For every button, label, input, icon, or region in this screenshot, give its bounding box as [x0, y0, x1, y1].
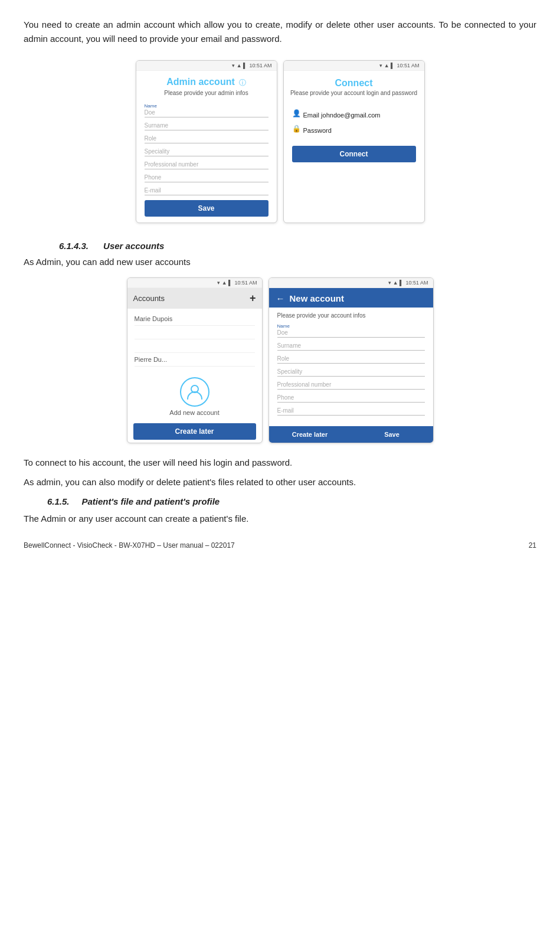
accounts-list: Marie Dupois Pierre Du...: [127, 309, 262, 370]
new-email-placeholder: E-mail: [277, 407, 425, 416]
section-615-number: 6.1.5.: [47, 496, 70, 506]
status-bar-accounts: ▾ ▲ ▌ 10:51 AM: [127, 278, 262, 288]
status-time-connect: 10:51 AM: [397, 63, 419, 68]
admin-speciality-field: Speciality: [145, 148, 268, 156]
status-time-accounts: 10:51 AM: [234, 280, 257, 286]
admin-subtitle: Please provide your admin infos: [141, 90, 272, 96]
lock-icon: 🔒: [292, 125, 301, 133]
add-new-account-area: Add new account: [127, 370, 262, 421]
footer-left-text: BewellConnect - VisioCheck - BW-X07HD – …: [24, 541, 235, 550]
status-icons-accounts: ▾ ▲ ▌: [217, 280, 232, 286]
new-create-later-button[interactable]: Create later: [269, 426, 351, 443]
create-later-button-area: Create later: [127, 423, 262, 440]
status-icons-new: ▾ ▲ ▌: [388, 280, 403, 286]
new-name-label: Name: [277, 323, 425, 329]
accounts-title: Accounts: [133, 294, 165, 303]
screenshots-row-2: ▾ ▲ ▌ 10:51 AM Accounts + Marie Dupois P…: [24, 277, 536, 443]
new-save-button[interactable]: Save: [351, 426, 433, 443]
status-icons-connect: ▾ ▲ ▌: [379, 63, 394, 68]
new-surname-placeholder: Surname: [277, 342, 425, 351]
the-admin-text: The Admin or any user account can create…: [24, 514, 536, 524]
list-item: Pierre Du...: [135, 353, 255, 367]
admin-role-field: Role: [145, 135, 268, 143]
connect-header: Connect Please provide your account logi…: [284, 71, 424, 100]
connect-subtitle: Please provide your account login and pa…: [289, 90, 420, 96]
to-connect-text: To connect to his account, the user will…: [24, 457, 536, 467]
admin-profnumber-placeholder: Professional number: [145, 161, 268, 169]
new-speciality-placeholder: Speciality: [277, 368, 425, 377]
new-speciality-field: Speciality: [277, 368, 425, 377]
new-account-header: ← New account: [269, 288, 433, 308]
accounts-header: Accounts +: [127, 288, 262, 309]
add-account-icon[interactable]: +: [250, 292, 256, 305]
new-account-subtitle: Please provide your account infos: [277, 312, 425, 319]
person-icon: 👤: [292, 109, 301, 117]
new-phone-placeholder: Phone: [277, 394, 425, 403]
new-profnumber-placeholder: Professional number: [277, 381, 425, 390]
connect-password-field: 🔒 Password: [292, 125, 416, 134]
admin-phone-field: Phone: [145, 174, 268, 182]
new-account-screen: ▾ ▲ ▌ 10:51 AM ← New account Please prov…: [268, 277, 434, 443]
status-time-new: 10:51 AM: [405, 280, 428, 286]
add-person-icon: [180, 377, 209, 407]
admin-name-label: Name: [145, 103, 268, 109]
new-profnumber-field: Professional number: [277, 381, 425, 390]
status-time-admin: 10:51 AM: [249, 63, 271, 68]
new-phone-field: Phone: [277, 394, 425, 403]
section-614-title: User accounts: [103, 241, 164, 251]
connect-form-body: 👤 Email johndoe@gmail.com 🔒 Password Con…: [284, 100, 424, 168]
new-email-field: E-mail: [277, 407, 425, 416]
admin-email-placeholder: E-mail: [145, 187, 268, 195]
screenshots-row-1: ▾ ▲ ▌ 10:51 AM Admin account ⓘ Please pr…: [24, 60, 536, 223]
admin-name-value: Doe: [145, 109, 268, 117]
admin-header: Admin account ⓘ Please provide your admi…: [136, 71, 277, 99]
admin-surname-placeholder: Surname: [145, 122, 268, 130]
section-615-heading: 6.1.5. Patient's file and patient's prof…: [47, 496, 536, 506]
status-bar-connect: ▾ ▲ ▌ 10:51 AM: [284, 61, 424, 71]
admin-save-button[interactable]: Save: [145, 200, 268, 217]
connect-email-value: johndoe@gmail.com: [321, 112, 380, 119]
connect-password-placeholder: Password: [303, 127, 332, 134]
info-icon: ⓘ: [239, 79, 246, 87]
admin-profnumber-field: Professional number: [145, 161, 268, 169]
list-item: [135, 326, 255, 339]
connect-email-field: 👤 Email johndoe@gmail.com: [292, 109, 416, 119]
footer-page-number: 21: [529, 541, 536, 550]
create-later-button[interactable]: Create later: [133, 423, 256, 440]
section-614-number: 6.1.4.3.: [59, 241, 89, 251]
admin-email-field: E-mail: [145, 187, 268, 195]
connect-title: Connect: [289, 78, 420, 89]
new-name-value: Doe: [277, 329, 425, 338]
connect-button[interactable]: Connect: [292, 146, 416, 162]
new-account-title: New account: [290, 293, 345, 303]
status-icons: ▾ ▲ ▌: [232, 63, 247, 68]
admin-surname-field: Surname: [145, 122, 268, 130]
connect-email-inner: Email johndoe@gmail.com: [303, 112, 416, 119]
admin-name-field: Name Doe: [145, 103, 268, 117]
list-item: Marie Dupois: [135, 312, 255, 326]
section-615-title: Patient's file and patient's profile: [81, 496, 220, 506]
new-account-bottom-buttons: Create later Save: [269, 426, 433, 443]
connect-password-inner: Password: [303, 127, 416, 134]
connect-email-label: Email: [303, 112, 320, 119]
status-bar-new-account: ▾ ▲ ▌ 10:51 AM: [269, 278, 433, 288]
back-arrow-icon[interactable]: ←: [276, 293, 285, 303]
new-role-field: Role: [277, 355, 425, 364]
intro-paragraph: You need to create an admin account whic…: [24, 18, 536, 46]
admin-speciality-placeholder: Speciality: [145, 148, 268, 156]
admin-form-body: Name Doe Surname Role Speciality Profess…: [136, 99, 277, 223]
admin-title: Admin account: [166, 77, 235, 87]
as-admin-text: As Admin, you can add new user accounts: [24, 257, 536, 267]
new-surname-field: Surname: [277, 342, 425, 351]
section-614-heading: 6.1.4.3. User accounts: [59, 241, 536, 251]
admin-phone-placeholder: Phone: [145, 174, 268, 182]
new-role-placeholder: Role: [277, 355, 425, 364]
status-bar-admin: ▾ ▲ ▌ 10:51 AM: [136, 61, 277, 71]
new-account-body: Please provide your account infos Name D…: [269, 308, 433, 426]
list-item: [135, 339, 255, 353]
add-new-account-label: Add new account: [132, 409, 257, 416]
accounts-screen: ▾ ▲ ▌ 10:51 AM Accounts + Marie Dupois P…: [127, 277, 263, 443]
as-admin-modify-text: As admin, you can also modify or delete …: [24, 477, 536, 487]
footer: BewellConnect - VisioCheck - BW-X07HD – …: [24, 541, 536, 550]
connect-screen: ▾ ▲ ▌ 10:51 AM Connect Please provide yo…: [283, 60, 425, 223]
